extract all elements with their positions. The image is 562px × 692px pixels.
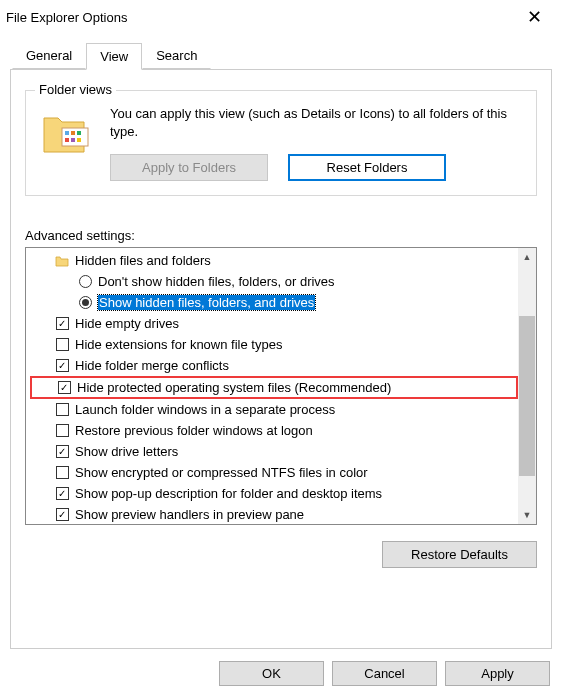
checkbox-icon[interactable]: ✓ <box>56 380 72 396</box>
list-item-label: Hide empty drives <box>75 316 179 331</box>
apply-button[interactable]: Apply <box>445 661 550 686</box>
tab-general[interactable]: General <box>12 42 86 69</box>
svg-rect-5 <box>71 138 75 142</box>
checkbox-icon[interactable] <box>54 423 70 439</box>
checkbox-icon[interactable] <box>54 402 70 418</box>
close-icon[interactable]: ✕ <box>519 6 550 28</box>
scrollbar[interactable]: ▲ ▼ <box>518 248 536 524</box>
reset-folders-button[interactable]: Reset Folders <box>288 154 446 181</box>
checkbox-icon[interactable]: ✓ <box>54 444 70 460</box>
scroll-thumb[interactable] <box>519 316 535 476</box>
folder-views-icon <box>38 105 98 161</box>
list-item-label: Hide folder merge conflicts <box>75 358 229 373</box>
checkbox-icon[interactable] <box>54 465 70 481</box>
list-item-label: Hidden files and folders <box>75 253 211 268</box>
list-item-label: Don't show hidden files, folders, or dri… <box>98 274 335 289</box>
advanced-settings-list: Hidden files and foldersDon't show hidde… <box>25 247 537 525</box>
list-item[interactable]: ✓Hide empty drives <box>30 313 518 334</box>
window-title: File Explorer Options <box>6 10 127 25</box>
list-item-label: Show preview handlers in preview pane <box>75 507 304 522</box>
restore-defaults-button[interactable]: Restore Defaults <box>382 541 537 568</box>
svg-rect-2 <box>71 131 75 135</box>
checkbox-icon[interactable]: ✓ <box>54 486 70 502</box>
svg-rect-1 <box>65 131 69 135</box>
list-item[interactable]: ✓Show preview handlers in preview pane <box>30 504 518 524</box>
list-item[interactable]: Launch folder windows in a separate proc… <box>30 399 518 420</box>
list-item[interactable]: Hide extensions for known file types <box>30 334 518 355</box>
list-item[interactable]: ✓Show pop-up description for folder and … <box>30 483 518 504</box>
list-item[interactable]: Hidden files and folders <box>30 250 518 271</box>
list-item-label: Show pop-up description for folder and d… <box>75 486 382 501</box>
svg-rect-3 <box>77 131 81 135</box>
svg-rect-6 <box>77 138 81 142</box>
list-item-label: Hide protected operating system files (R… <box>77 380 391 395</box>
list-item[interactable]: ✓Show drive letters <box>30 441 518 462</box>
list-item-label: Show encrypted or compressed NTFS files … <box>75 465 368 480</box>
list-item-label: Show drive letters <box>75 444 178 459</box>
folder-views-title: Folder views <box>35 82 116 97</box>
tabs: General View Search <box>0 42 562 69</box>
apply-to-folders-button[interactable]: Apply to Folders <box>110 154 268 181</box>
cancel-button[interactable]: Cancel <box>332 661 437 686</box>
dialog-buttons: OK Cancel Apply <box>0 653 562 686</box>
svg-rect-0 <box>62 128 88 146</box>
list-item[interactable]: ✓Hide protected operating system files (… <box>30 376 518 399</box>
list-item-label: Hide extensions for known file types <box>75 337 282 352</box>
advanced-settings-label: Advanced settings: <box>25 228 537 243</box>
tab-view[interactable]: View <box>86 43 142 70</box>
folder-views-description: You can apply this view (such as Details… <box>110 105 524 140</box>
folder-icon[interactable] <box>54 253 70 269</box>
scroll-up-icon[interactable]: ▲ <box>518 248 536 266</box>
checkbox-icon[interactable]: ✓ <box>54 507 70 523</box>
list-item[interactable]: Restore previous folder windows at logon <box>30 420 518 441</box>
scroll-down-icon[interactable]: ▼ <box>518 506 536 524</box>
list-item[interactable]: Don't show hidden files, folders, or dri… <box>30 271 518 292</box>
scroll-track[interactable] <box>518 266 536 506</box>
radio-icon[interactable] <box>77 274 93 290</box>
folder-views-group: Folder views You can apply this view (su… <box>25 90 537 196</box>
list-item[interactable]: Show encrypted or compressed NTFS files … <box>30 462 518 483</box>
list-item-label: Launch folder windows in a separate proc… <box>75 402 335 417</box>
list-item[interactable]: ✓Hide folder merge conflicts <box>30 355 518 376</box>
checkbox-icon[interactable]: ✓ <box>54 316 70 332</box>
checkbox-icon[interactable]: ✓ <box>54 358 70 374</box>
tab-panel: Folder views You can apply this view (su… <box>10 69 552 649</box>
list-item-label: Restore previous folder windows at logon <box>75 423 313 438</box>
ok-button[interactable]: OK <box>219 661 324 686</box>
radio-icon[interactable] <box>77 295 93 311</box>
list-item-label: Show hidden files, folders, and drives <box>98 295 315 310</box>
list-item[interactable]: Show hidden files, folders, and drives <box>30 292 518 313</box>
tab-search[interactable]: Search <box>142 42 211 69</box>
svg-rect-4 <box>65 138 69 142</box>
title-bar: File Explorer Options ✕ <box>0 0 562 34</box>
checkbox-icon[interactable] <box>54 337 70 353</box>
